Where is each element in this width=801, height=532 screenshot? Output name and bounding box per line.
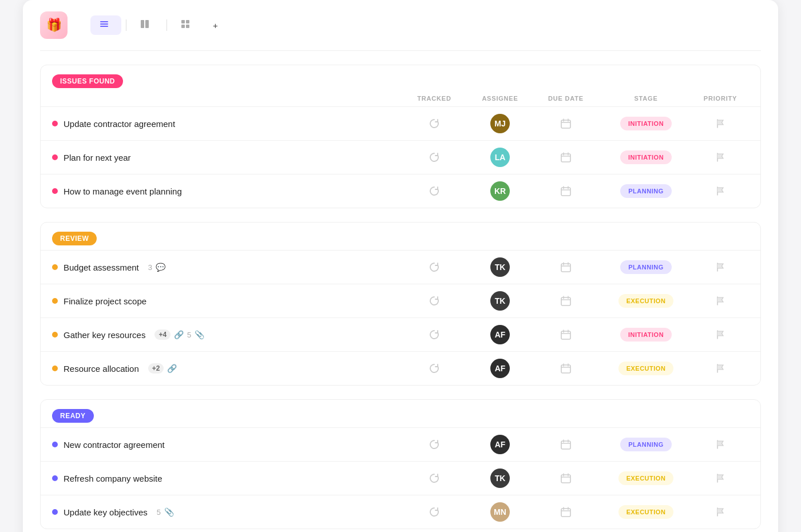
priority-cell[interactable]: [692, 262, 749, 272]
assignee-cell[interactable]: AF: [469, 359, 532, 378]
task-name-cell: Refresh company website: [52, 474, 400, 483]
app-container: 🎁 +: [23, 0, 778, 532]
assignee-cell[interactable]: KR: [469, 181, 532, 201]
stage-cell[interactable]: EXECUTION: [600, 505, 692, 519]
tab-list[interactable]: [90, 15, 121, 35]
priority-cell[interactable]: [692, 152, 749, 162]
table-row[interactable]: Budget assessment3💬TKPLANNING: [41, 250, 760, 284]
calendar-icon: [560, 439, 572, 450]
table-row[interactable]: Gather key resources+4🔗5📎AFINITIATION: [41, 317, 760, 351]
due-date-cell[interactable]: [532, 506, 600, 518]
due-date-cell[interactable]: [532, 329, 600, 340]
svg-rect-0: [100, 21, 108, 22]
tracked-cell[interactable]: [400, 329, 469, 340]
col-header-3: DUE DATE: [532, 95, 600, 102]
stage-cell[interactable]: INITIATION: [600, 117, 692, 130]
col-header-1: TRACKED: [400, 95, 469, 102]
flag-icon: [715, 296, 725, 306]
tracked-cell[interactable]: [400, 473, 469, 484]
task-name-cell: Budget assessment3💬: [52, 263, 400, 272]
avatar: TK: [490, 257, 510, 277]
due-date-cell[interactable]: [532, 295, 600, 307]
extra-plus-badge: +2: [148, 363, 164, 374]
tab-box[interactable]: [172, 15, 203, 35]
extra-icon: 📎: [195, 330, 204, 339]
priority-cell[interactable]: [692, 118, 749, 129]
task-name: Finalize project scope: [64, 296, 146, 306]
table-row[interactable]: Update contractor agreementMJINITIATION: [41, 106, 760, 140]
table-row[interactable]: Update key objectives5📎MNEXECUTION: [41, 495, 760, 529]
tracked-cell[interactable]: [400, 363, 469, 374]
priority-cell[interactable]: [692, 329, 749, 340]
tracked-cell[interactable]: [400, 118, 469, 129]
section-header-ready: READY: [41, 400, 760, 427]
due-date-cell[interactable]: [532, 473, 600, 484]
task-dot: [52, 188, 58, 194]
assignee-cell[interactable]: MJ: [469, 114, 532, 133]
table-row[interactable]: New contractor agreementAFPLANNING: [41, 427, 760, 461]
table-row[interactable]: Plan for next yearLAINITIATION: [41, 140, 760, 174]
tracked-cell[interactable]: [400, 295, 469, 307]
stage-cell[interactable]: PLANNING: [600, 438, 692, 451]
task-dot: [52, 475, 58, 481]
section-issues-found: ISSUES FOUNDTRACKEDASSIGNEEDUE DATESTAGE…: [40, 65, 761, 208]
tracked-cell[interactable]: [400, 506, 469, 518]
add-view-button[interactable]: +: [205, 17, 229, 34]
table-row[interactable]: Refresh company websiteTKEXECUTION: [41, 461, 760, 495]
table-row[interactable]: How to manage event planningKRPLANNING: [41, 174, 760, 208]
assignee-cell[interactable]: AF: [469, 435, 532, 454]
due-date-cell[interactable]: [532, 152, 600, 163]
assignee-cell[interactable]: TK: [469, 257, 532, 277]
avatar: KR: [490, 181, 510, 201]
col-header-5: PRIORITY: [692, 95, 749, 102]
stage-cell[interactable]: INITIATION: [600, 328, 692, 342]
task-name: Refresh company website: [64, 474, 162, 483]
assignee-cell[interactable]: TK: [469, 469, 532, 488]
priority-cell[interactable]: [692, 439, 749, 450]
assignee-cell[interactable]: TK: [469, 291, 532, 311]
calendar-icon: [560, 473, 572, 484]
priority-cell[interactable]: [692, 363, 749, 374]
tracked-cell[interactable]: [400, 261, 469, 273]
due-date-cell[interactable]: [532, 363, 600, 374]
table-row[interactable]: Resource allocation+2🔗AFEXECUTION: [41, 351, 760, 385]
tab-board[interactable]: [131, 15, 162, 35]
stage-badge: EXECUTION: [618, 471, 674, 485]
extra-icon: 💬: [156, 263, 165, 272]
board-icon: [140, 19, 149, 31]
task-extras: 5📎: [157, 507, 174, 517]
section-ready: READYNew contractor agreementAFPLANNINGR…: [40, 399, 761, 529]
assignee-cell[interactable]: MN: [469, 502, 532, 522]
refresh-icon: [429, 363, 440, 374]
priority-cell[interactable]: [692, 296, 749, 306]
task-extras: 3💬: [148, 263, 165, 272]
section-header-issues-found: ISSUES FOUND: [41, 65, 760, 93]
stage-cell[interactable]: INITIATION: [600, 150, 692, 164]
calendar-icon: [560, 118, 572, 129]
tracked-cell[interactable]: [400, 152, 469, 163]
due-date-cell[interactable]: [532, 118, 600, 129]
priority-cell[interactable]: [692, 473, 749, 483]
due-date-cell[interactable]: [532, 261, 600, 273]
task-extras: +2🔗: [148, 363, 177, 374]
extra-icon: 🔗: [167, 364, 177, 373]
table-row[interactable]: Finalize project scopeTKEXECUTION: [41, 284, 760, 317]
stage-cell[interactable]: EXECUTION: [600, 362, 692, 375]
stage-cell[interactable]: PLANNING: [600, 184, 692, 198]
priority-cell[interactable]: [692, 507, 749, 517]
divider-2: [166, 19, 167, 31]
tracked-cell[interactable]: [400, 439, 469, 450]
refresh-icon: [429, 439, 440, 450]
due-date-cell[interactable]: [532, 439, 600, 450]
assignee-cell[interactable]: AF: [469, 325, 532, 344]
priority-cell[interactable]: [692, 186, 749, 196]
extra-plus-badge: +4: [154, 329, 170, 340]
assignee-cell[interactable]: LA: [469, 148, 532, 167]
stage-badge: INITIATION: [620, 328, 672, 342]
due-date-cell[interactable]: [532, 185, 600, 197]
stage-cell[interactable]: PLANNING: [600, 260, 692, 274]
stage-cell[interactable]: EXECUTION: [600, 471, 692, 485]
refresh-icon: [429, 261, 440, 273]
tracked-cell[interactable]: [400, 185, 469, 197]
stage-cell[interactable]: EXECUTION: [600, 294, 692, 308]
